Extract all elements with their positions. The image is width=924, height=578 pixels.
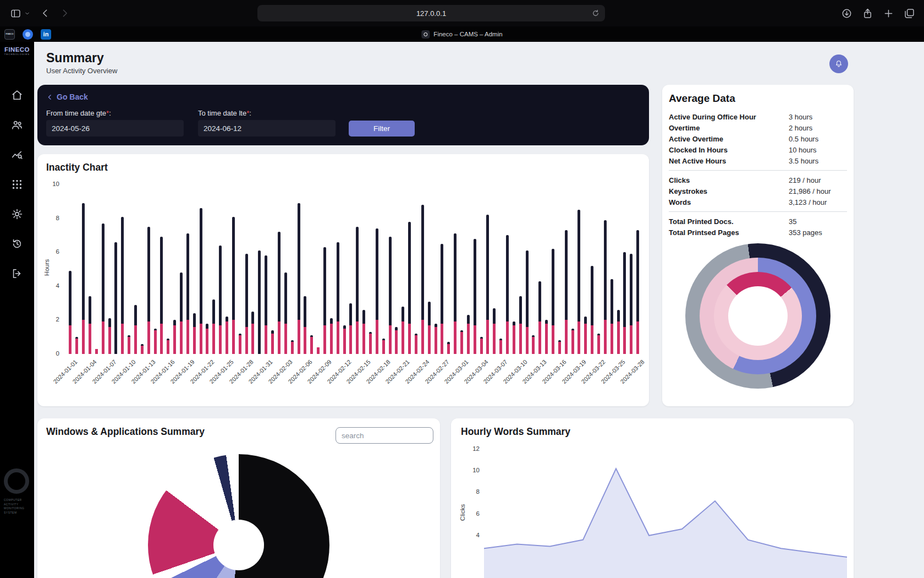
- stat-value: 35: [789, 217, 796, 226]
- reload-button[interactable]: [591, 8, 601, 18]
- bar: [186, 233, 189, 354]
- bar: [82, 203, 85, 354]
- stat-value: 3.5 hours: [789, 157, 818, 165]
- sidebar-item-home[interactable]: [11, 89, 23, 101]
- bar: [362, 310, 365, 354]
- bar: [545, 320, 548, 354]
- stat-label: Total Printed Docs.: [669, 217, 789, 226]
- bar: [623, 252, 626, 354]
- stat-label: Active During Office Hour: [669, 113, 789, 121]
- bar: [467, 315, 470, 354]
- sidebar-toggle-button[interactable]: [9, 7, 22, 20]
- footer-line: MONITORING: [4, 506, 34, 511]
- favicon-fineco[interactable]: FINECO: [4, 29, 15, 40]
- bar: [617, 310, 620, 354]
- bar: [154, 329, 157, 354]
- stat-label: Overtime: [669, 124, 789, 132]
- app-sidebar: FINECO TECHNOLOGIES: [0, 42, 34, 578]
- bar: [349, 303, 352, 354]
- stat-row: Total Printed Docs.35: [669, 216, 847, 227]
- words-area-svg: [484, 440, 847, 578]
- bell-icon: [834, 59, 843, 68]
- bar: [415, 334, 417, 354]
- y-tick-label: 8: [468, 488, 480, 495]
- bar: [95, 349, 98, 354]
- bar: [180, 272, 183, 354]
- bar: [532, 335, 535, 354]
- bar: [526, 250, 529, 354]
- address-bar[interactable]: 127.0.0.1: [257, 5, 605, 21]
- bar: [206, 324, 208, 354]
- apps-summary-card: Windows & Applications Summary: [37, 418, 440, 578]
- home-icon: [11, 89, 23, 101]
- stat-label: Words: [669, 198, 789, 206]
- bar: [513, 321, 515, 354]
- bar: [519, 296, 522, 354]
- history-clock-icon: [11, 238, 23, 250]
- bar: [486, 215, 489, 354]
- bar: [591, 266, 593, 354]
- stat-value: 353 pages: [789, 228, 822, 237]
- bar: [428, 302, 431, 354]
- go-back-label: Go Back: [57, 92, 88, 101]
- gear-icon: [11, 208, 23, 220]
- inactivity-chart-title: Inactity Chart: [46, 162, 108, 173]
- bar: [499, 339, 502, 354]
- bar: [376, 228, 378, 354]
- bar: [604, 220, 607, 354]
- stat-row: Active Overtime0.5 hours: [669, 133, 847, 144]
- bar: [610, 279, 613, 354]
- back-button[interactable]: [40, 7, 52, 19]
- y-tick-label: 6: [43, 248, 59, 255]
- bar: [245, 254, 248, 354]
- bar: [506, 235, 509, 354]
- bar: [454, 233, 457, 354]
- stat-label: Active Overtime: [669, 135, 789, 143]
- notifications-button[interactable]: [829, 54, 848, 73]
- sidebar-item-team[interactable]: [11, 119, 23, 131]
- sidebar-item-history[interactable]: [11, 238, 23, 250]
- bar: [343, 325, 346, 354]
- bar: [265, 255, 267, 354]
- active-tab[interactable]: Fineco – CAMS – Admin: [421, 26, 502, 42]
- to-date-input[interactable]: [198, 120, 336, 137]
- bar: [121, 217, 124, 354]
- bar: [128, 335, 130, 354]
- bar: [382, 339, 385, 354]
- from-date-input[interactable]: [46, 120, 184, 137]
- tab-overview-button[interactable]: [904, 8, 915, 19]
- favicon-circle-app[interactable]: [23, 29, 33, 40]
- sidebar-item-analytics[interactable]: [11, 149, 23, 161]
- footer-line: COMPUTER: [4, 498, 34, 503]
- bar: [258, 250, 261, 354]
- filter-button[interactable]: Filter: [349, 121, 415, 137]
- y-tick-label: 2: [43, 316, 59, 323]
- downloads-button[interactable]: [841, 8, 853, 19]
- stat-value: 3 hours: [789, 113, 812, 121]
- bar: [212, 299, 215, 354]
- favicon-linkedin[interactable]: in: [41, 29, 51, 40]
- y-tick-label: 12: [468, 445, 480, 452]
- share-button[interactable]: [862, 8, 873, 19]
- new-tab-button[interactable]: [883, 8, 894, 19]
- bar: [330, 318, 333, 354]
- bar: [597, 334, 600, 354]
- bar: [578, 210, 580, 354]
- average-data-card: Average Data Active During Office Hour3 …: [662, 85, 854, 406]
- inactivity-y-ticks: 0246810: [42, 184, 63, 354]
- bar: [584, 317, 587, 354]
- sidebar-item-logout[interactable]: [11, 268, 23, 280]
- y-tick-label: 6: [468, 510, 480, 517]
- url-text: 127.0.0.1: [416, 9, 446, 18]
- sidebar-item-settings[interactable]: [11, 208, 23, 220]
- stat-value: 0.5 hours: [789, 135, 818, 143]
- search-input[interactable]: [336, 427, 433, 444]
- bar: [251, 312, 254, 354]
- go-back-button[interactable]: Go Back: [46, 92, 88, 101]
- bar: [538, 281, 541, 354]
- chevron-down-icon[interactable]: [23, 9, 31, 17]
- logo-secondary: TECHNOLOGIES: [0, 53, 34, 56]
- tab-title-text: Fineco – CAMS – Admin: [433, 31, 502, 37]
- bar: [460, 330, 463, 354]
- sidebar-item-apps[interactable]: [11, 178, 23, 190]
